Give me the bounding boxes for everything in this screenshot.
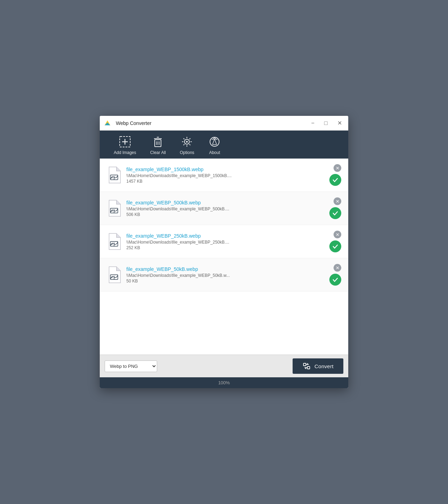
minimize-button[interactable]: − [309,120,316,127]
options-button[interactable]: Options [173,131,201,159]
file-info: file_example_WEBP_250kB.webp \\Mac\Home\… [126,233,321,250]
remove-file-button[interactable]: ✕ [334,231,341,238]
progress-area: 100% [100,377,348,388]
file-list: file_example_WEBP_1500kB.webp \\Mac\Home… [100,159,348,355]
add-images-label: Add Images [114,150,136,155]
file-name: file_example_WEBP_500kB.webp [126,200,321,205]
bottom-bar: Webp to PNGWebp to JPGWebp to BMPWebp to… [100,355,348,377]
convert-icon [302,362,311,370]
file-type-icon [107,166,121,184]
file-info: file_example_WEBP_500kB.webp \\Mac\Home\… [126,200,321,217]
convert-button[interactable]: Convert [293,358,343,374]
svg-rect-41 [307,366,310,369]
file-info: file_example_WEBP_50kB.webp \\Mac\Home\D… [126,266,321,284]
checkmark-icon [332,276,338,283]
svg-line-20 [184,144,185,145]
svg-line-17 [184,138,185,139]
title-bar: Webp Converter − □ ✕ [100,116,348,131]
about-icon [208,135,221,148]
window-title: Webp Converter [116,120,309,126]
add-images-button[interactable]: Add Images [107,131,143,159]
convert-label: Convert [314,363,334,369]
remove-file-button[interactable]: ✕ [334,197,341,205]
progress-value: 100% [218,380,230,385]
svg-point-12 [186,141,188,143]
file-path: \\Mac\Home\Downloads\file_example_WEBP_5… [126,273,321,278]
checkmark-icon [332,243,338,250]
options-label: Options [180,150,194,155]
file-actions: ✕ [329,197,341,219]
clear-all-icon [152,135,164,148]
file-item: file_example_WEBP_1500kB.webp \\Mac\Home… [100,159,348,192]
file-item: file_example_WEBP_500kB.webp \\Mac\Home\… [100,192,348,225]
file-size: 506 KB [126,212,321,217]
file-type-icon [107,266,121,284]
svg-line-25 [215,139,217,145]
add-images-icon [119,135,131,148]
file-actions: ✕ [329,264,341,286]
toolbar: Add Images Clear All [100,131,348,159]
svg-point-21 [210,137,219,146]
svg-line-18 [189,144,190,145]
file-size: 50 KB [126,279,321,284]
about-button[interactable]: About [201,131,228,159]
file-actions: ✕ [329,164,341,186]
file-name: file_example_WEBP_1500kB.webp [126,167,321,172]
file-path: \\Mac\Home\Downloads\file_example_WEBP_2… [126,240,321,245]
file-actions: ✕ [329,231,341,252]
svg-line-26 [212,139,215,145]
logo-icon [104,120,111,127]
about-label: About [209,150,220,155]
format-select[interactable]: Webp to PNGWebp to JPGWebp to BMPWebp to… [105,360,157,372]
file-name: file_example_WEBP_250kB.webp [126,233,321,239]
options-icon [181,135,193,148]
app-window: Webp Converter − □ ✕ Add Images [100,116,348,388]
file-info: file_example_WEBP_1500kB.webp \\Mac\Home… [126,167,321,184]
file-type-icon [107,233,121,250]
close-button[interactable]: ✕ [335,120,344,127]
file-name: file_example_WEBP_50kB.webp [126,266,321,272]
status-success-icon [329,274,341,286]
file-item: file_example_WEBP_50kB.webp \\Mac\Home\D… [100,258,348,292]
file-type-icon [107,200,121,217]
app-logo [104,120,113,127]
maximize-button[interactable]: □ [322,120,330,127]
svg-line-19 [189,138,190,139]
status-success-icon [329,240,341,252]
file-path: \\Mac\Home\Downloads\file_example_WEBP_5… [126,206,321,211]
checkmark-icon [332,177,338,183]
remove-file-button[interactable]: ✕ [334,164,341,172]
remove-file-button[interactable]: ✕ [334,264,341,272]
svg-rect-40 [303,363,306,366]
clear-all-button[interactable]: Clear All [143,131,173,159]
status-success-icon [329,207,341,219]
status-success-icon [329,174,341,186]
file-item: file_example_WEBP_250kB.webp \\Mac\Home\… [100,225,348,258]
clear-all-label: Clear All [150,150,166,155]
window-controls: − □ ✕ [309,120,344,127]
file-size: 1457 KB [126,179,321,184]
checkmark-icon [332,210,338,216]
file-path: \\Mac\Home\Downloads\file_example_WEBP_1… [126,173,321,178]
file-size: 252 KB [126,245,321,250]
